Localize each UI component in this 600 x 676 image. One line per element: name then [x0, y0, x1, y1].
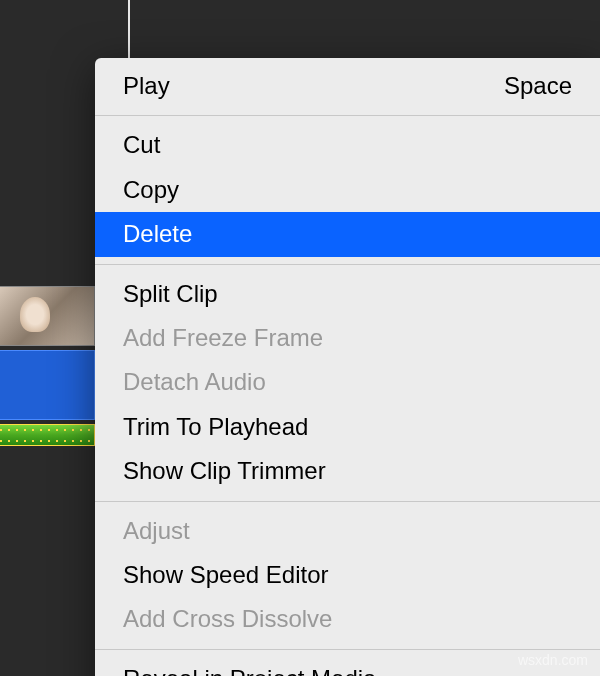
menu-item-add-cross-dissolve: Add Cross Dissolve	[95, 597, 600, 641]
menu-item-label: Show Speed Editor	[123, 559, 328, 591]
menu-item-label: Trim To Playhead	[123, 411, 308, 443]
menu-item-label: Detach Audio	[123, 366, 266, 398]
menu-item-copy[interactable]: Copy	[95, 168, 600, 212]
menu-item-label: Add Freeze Frame	[123, 322, 323, 354]
menu-separator	[95, 115, 600, 116]
menu-item-label: Reveal in Project Media	[123, 663, 376, 676]
menu-item-add-freeze-frame: Add Freeze Frame	[95, 316, 600, 360]
menu-item-trim-to-playhead[interactable]: Trim To Playhead	[95, 405, 600, 449]
menu-item-label: Split Clip	[123, 278, 218, 310]
menu-item-adjust: Adjust	[95, 509, 600, 553]
menu-separator	[95, 501, 600, 502]
menu-item-show-speed-editor[interactable]: Show Speed Editor	[95, 553, 600, 597]
menu-item-cut[interactable]: Cut	[95, 123, 600, 167]
menu-item-detach-audio: Detach Audio	[95, 360, 600, 404]
marker-track-clip[interactable]	[0, 424, 95, 446]
audio-track-clip[interactable]	[0, 350, 95, 420]
menu-item-delete[interactable]: Delete	[95, 212, 600, 256]
video-clip-thumbnail[interactable]	[0, 286, 95, 346]
menu-item-shortcut: Space	[504, 70, 572, 102]
menu-item-split-clip[interactable]: Split Clip	[95, 272, 600, 316]
menu-item-label: Show Clip Trimmer	[123, 455, 326, 487]
context-menu: PlaySpaceCutCopyDeleteSplit ClipAdd Free…	[95, 58, 600, 676]
menu-item-label: Copy	[123, 174, 179, 206]
watermark-text: wsxdn.com	[518, 652, 588, 668]
menu-separator	[95, 264, 600, 265]
menu-separator	[95, 649, 600, 650]
menu-item-label: Delete	[123, 218, 192, 250]
menu-item-show-clip-trimmer[interactable]: Show Clip Trimmer	[95, 449, 600, 493]
menu-item-label: Cut	[123, 129, 160, 161]
menu-item-play[interactable]: PlaySpace	[95, 64, 600, 108]
menu-item-label: Add Cross Dissolve	[123, 603, 332, 635]
menu-item-label: Play	[123, 70, 170, 102]
menu-item-label: Adjust	[123, 515, 190, 547]
